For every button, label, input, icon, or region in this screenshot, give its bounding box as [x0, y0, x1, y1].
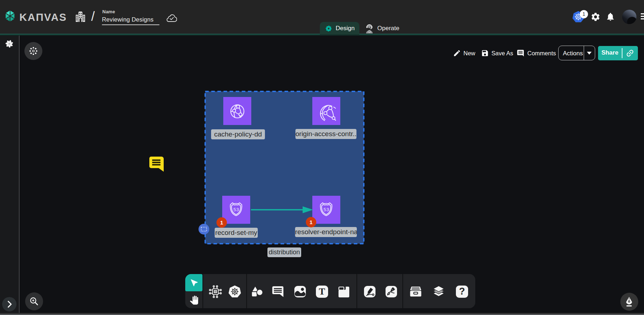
svg-text:53: 53	[233, 207, 239, 212]
svg-text:53: 53	[323, 207, 329, 212]
